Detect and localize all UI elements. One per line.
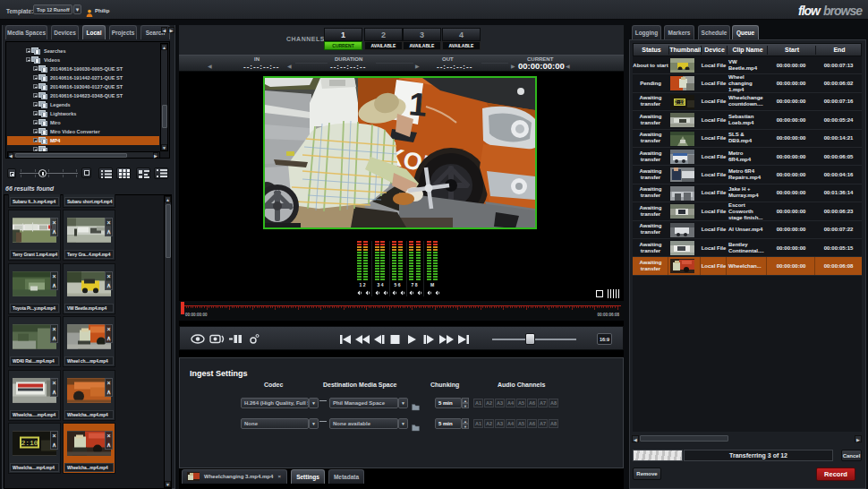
svg-text:2:10: 2:10 xyxy=(21,439,38,447)
svg-text:2:19: 2:19 xyxy=(675,100,685,105)
svg-text:1: 1 xyxy=(407,85,429,124)
